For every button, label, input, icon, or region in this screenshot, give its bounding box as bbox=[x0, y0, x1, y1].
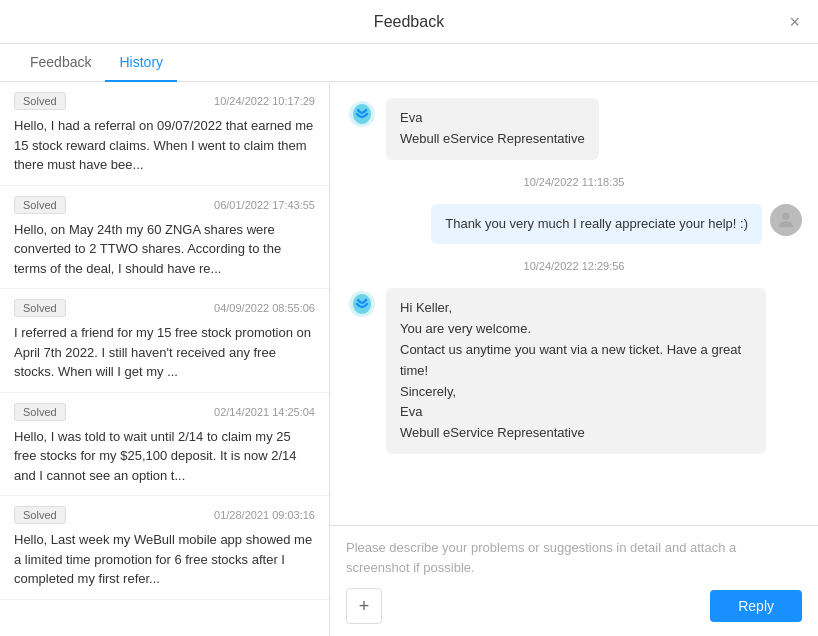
ticket-item[interactable]: Solved 04/09/2022 08:55:06 I referred a … bbox=[0, 289, 329, 393]
ticket-date: 04/09/2022 08:55:06 bbox=[214, 302, 315, 314]
ticket-item[interactable]: Solved 02/14/2021 14:25:04 Hello, I was … bbox=[0, 393, 329, 497]
message-bubble: Hi Keller,You are very welcome.Contact u… bbox=[386, 288, 766, 454]
ticket-text: Hello, Last week my WeBull mobile app sh… bbox=[14, 530, 315, 589]
tabs-bar: Feedback History bbox=[0, 44, 818, 82]
solved-badge: Solved bbox=[14, 506, 66, 524]
message-text: Hi Keller,You are very welcome.Contact u… bbox=[400, 300, 741, 440]
modal-header: Feedback × bbox=[0, 0, 818, 44]
solved-badge: Solved bbox=[14, 299, 66, 317]
chat-messages: EvaWebull eService Representative 10/24/… bbox=[330, 82, 818, 525]
solved-badge: Solved bbox=[14, 403, 66, 421]
solved-badge: Solved bbox=[14, 92, 66, 110]
message-timestamp: 10/24/2022 12:29:56 bbox=[346, 260, 802, 272]
message-text: EvaWebull eService Representative bbox=[400, 110, 585, 146]
message-timestamp: 10/24/2022 11:18:35 bbox=[346, 176, 802, 188]
message-bubble: Thank you very much I really appreciate … bbox=[431, 204, 762, 245]
solved-badge: Solved bbox=[14, 196, 66, 214]
ticket-list: Solved 10/24/2022 10:17:29 Hello, I had … bbox=[0, 82, 330, 636]
webull-logo-icon bbox=[346, 288, 378, 320]
attach-button[interactable]: + bbox=[346, 588, 382, 624]
ticket-meta: Solved 04/09/2022 08:55:06 bbox=[14, 299, 315, 317]
close-button[interactable]: × bbox=[785, 9, 804, 35]
ticket-text: Hello, on May 24th my 60 ZNGA shares wer… bbox=[14, 220, 315, 279]
content-area: Solved 10/24/2022 10:17:29 Hello, I had … bbox=[0, 82, 818, 636]
reply-button[interactable]: Reply bbox=[710, 590, 802, 622]
svg-point-1 bbox=[782, 212, 789, 219]
ticket-date: 10/24/2022 10:17:29 bbox=[214, 95, 315, 107]
tab-feedback[interactable]: Feedback bbox=[16, 44, 105, 82]
ticket-text: Hello, I had a referral on 09/07/2022 th… bbox=[14, 116, 315, 175]
ticket-item[interactable]: Solved 10/24/2022 10:17:29 Hello, I had … bbox=[0, 82, 329, 186]
webull-logo-icon bbox=[346, 98, 378, 130]
ticket-text: Hello, I was told to wait until 2/14 to … bbox=[14, 427, 315, 486]
ticket-item[interactable]: Solved 06/01/2022 17:43:55 Hello, on May… bbox=[0, 186, 329, 290]
input-toolbar: + Reply bbox=[346, 588, 802, 624]
ticket-date: 06/01/2022 17:43:55 bbox=[214, 199, 315, 211]
ticket-meta: Solved 02/14/2021 14:25:04 bbox=[14, 403, 315, 421]
chat-panel: EvaWebull eService Representative 10/24/… bbox=[330, 82, 818, 636]
ticket-meta: Solved 06/01/2022 17:43:55 bbox=[14, 196, 315, 214]
ticket-text: I referred a friend for my 15 free stock… bbox=[14, 323, 315, 382]
tab-history[interactable]: History bbox=[105, 44, 177, 82]
user-avatar bbox=[770, 204, 802, 236]
ticket-meta: Solved 10/24/2022 10:17:29 bbox=[14, 92, 315, 110]
modal-title: Feedback bbox=[374, 13, 444, 31]
chat-input-area: Please describe your problems or suggest… bbox=[330, 525, 818, 636]
message-row: Hi Keller,You are very welcome.Contact u… bbox=[346, 288, 802, 454]
modal-container: Feedback × Feedback History Solved 10/24… bbox=[0, 0, 818, 636]
input-placeholder[interactable]: Please describe your problems or suggest… bbox=[346, 538, 802, 578]
message-bubble: EvaWebull eService Representative bbox=[386, 98, 599, 160]
message-row: Thank you very much I really appreciate … bbox=[346, 204, 802, 245]
ticket-meta: Solved 01/28/2021 09:03:16 bbox=[14, 506, 315, 524]
message-text: Thank you very much I really appreciate … bbox=[445, 216, 748, 231]
message-row: EvaWebull eService Representative bbox=[346, 98, 802, 160]
ticket-date: 02/14/2021 14:25:04 bbox=[214, 406, 315, 418]
ticket-item[interactable]: Solved 01/28/2021 09:03:16 Hello, Last w… bbox=[0, 496, 329, 600]
ticket-date: 01/28/2021 09:03:16 bbox=[214, 509, 315, 521]
